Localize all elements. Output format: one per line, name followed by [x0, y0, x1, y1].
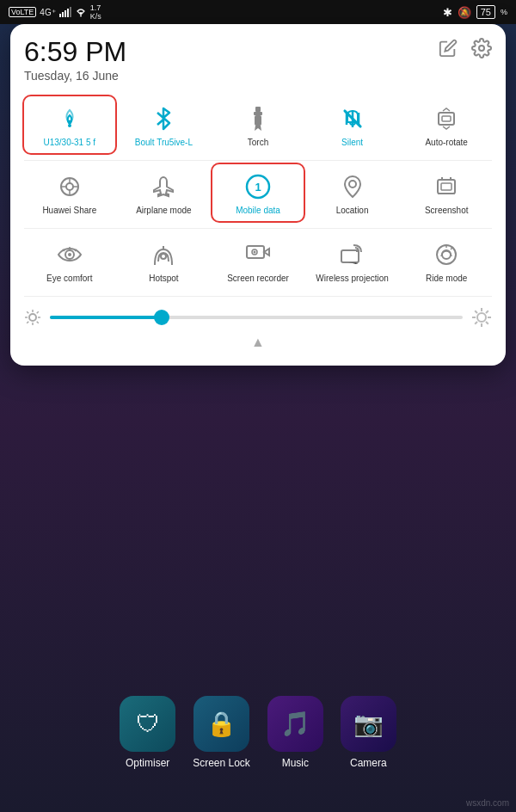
edit-button[interactable] [439, 39, 458, 58]
svg-rect-8 [255, 107, 261, 112]
svg-point-19 [349, 181, 356, 188]
eye-comfort-tile-icon [54, 239, 85, 270]
tile-screen-recorder-label: Screen recorder [227, 274, 289, 284]
signal-4g: 4G⁺ [40, 8, 55, 17]
tiles-row-3: Eye comfort Hotspot [24, 232, 492, 289]
huawei-share-tile-icon [54, 171, 85, 202]
app-screenlock[interactable]: 🔒 Screen Lock [193, 696, 250, 769]
tile-bluetooth-label: Boult Tru5ive-L [135, 138, 193, 148]
svg-line-52 [486, 322, 488, 324]
collapse-icon: ▲ [251, 335, 265, 349]
svg-line-45 [27, 322, 28, 323]
tile-eye-comfort[interactable]: Eye comfort [24, 232, 115, 289]
tile-autorotate[interactable]: Auto-rotate [401, 96, 492, 153]
tile-torch-label: Torch [248, 138, 268, 148]
app-camera-label: Camera [350, 757, 387, 769]
app-screenlock-label: Screen Lock [193, 757, 250, 769]
watermark: wsxdn.com [466, 798, 509, 808]
tile-bluetooth[interactable]: Boult Tru5ive-L [119, 96, 210, 153]
quick-settings-panel: 6:59 PM Tuesday, 16 June [10, 24, 506, 366]
svg-line-44 [37, 311, 39, 313]
status-left: VoLTE 4G⁺ 1.7K/s [9, 3, 101, 21]
svg-rect-0 [59, 14, 61, 17]
ride-mode-tile-icon [431, 239, 462, 270]
svg-rect-14 [442, 116, 451, 121]
optimiser-icon: 🛡 [120, 696, 175, 752]
tile-screenshot-label: Screenshot [425, 206, 469, 216]
tile-hotspot[interactable]: Hotspot [119, 232, 210, 289]
tile-screen-recorder[interactable]: Screen recorder [212, 232, 304, 289]
svg-point-37 [29, 314, 36, 321]
brightness-slider-track[interactable] [50, 316, 463, 319]
tile-torch[interactable]: Torch [212, 96, 304, 153]
tile-screenshot[interactable]: Screenshot [401, 164, 492, 221]
brightness-fill [50, 316, 162, 319]
svg-rect-10 [255, 115, 261, 126]
svg-rect-9 [254, 112, 262, 115]
camera-icon: 📷 [341, 696, 396, 752]
mute-icon: 🔕 [458, 6, 471, 19]
silent-tile-icon [337, 103, 368, 134]
panel-header: 6:59 PM Tuesday, 16 June [24, 38, 492, 83]
svg-point-25 [68, 253, 71, 256]
svg-rect-21 [441, 183, 452, 190]
svg-point-31 [253, 251, 255, 254]
svg-rect-3 [67, 9, 69, 17]
svg-point-7 [68, 124, 71, 127]
svg-line-53 [486, 311, 488, 313]
speed-label: 1.7K/s [90, 3, 101, 21]
app-optimiser-label: Optimiser [126, 757, 169, 769]
tile-ride-mode[interactable]: Ride mode [401, 232, 492, 289]
screen-recorder-tile-icon [243, 239, 273, 270]
tile-airplane-label: Airplane mode [136, 206, 191, 216]
tile-location[interactable]: Location [307, 164, 398, 221]
panel-collapse-button[interactable]: ▲ [24, 331, 492, 352]
brightness-divider [24, 296, 492, 297]
settings-button[interactable] [471, 38, 492, 58]
brightness-low-icon [24, 309, 41, 326]
torch-tile-icon [243, 103, 273, 134]
app-music-label: Music [282, 757, 309, 769]
tile-silent-label: Silent [341, 138, 363, 148]
time-date-block: 6:59 PM Tuesday, 16 June [24, 38, 126, 83]
wireless-proj-tile-icon [337, 239, 368, 270]
tile-eye-comfort-label: Eye comfort [46, 274, 92, 284]
brightness-thumb[interactable] [154, 310, 169, 325]
app-music[interactable]: 🎵 Music [267, 696, 323, 769]
tile-airplane[interactable]: Airplane mode [119, 164, 210, 221]
screenshot-tile-icon [431, 171, 462, 202]
signal-bars [59, 7, 71, 17]
home-app-row: 🛡 Optimiser 🔒 Screen Lock 🎵 Music 📷 Came… [120, 696, 396, 769]
tiles-row-2: Huawei Share Airplane mode 1 Mobile data [24, 164, 492, 221]
tile-ride-mode-label: Ride mode [426, 274, 467, 284]
svg-text:1: 1 [255, 181, 261, 194]
app-camera[interactable]: 📷 Camera [341, 696, 396, 769]
svg-point-26 [161, 254, 166, 259]
tile-huawei-share-label: Huawei Share [42, 206, 96, 216]
tile-silent[interactable]: Silent [307, 96, 398, 153]
tile-location-label: Location [336, 206, 369, 216]
panel-header-actions [439, 38, 492, 58]
battery-icon: 75 [476, 5, 495, 19]
panel-time: 6:59 PM [24, 38, 126, 65]
app-optimiser[interactable]: 🛡 Optimiser [120, 696, 175, 769]
tile-mobile-data-label: Mobile data [236, 206, 280, 216]
svg-rect-4 [70, 7, 71, 17]
svg-rect-2 [64, 10, 66, 17]
svg-point-6 [479, 46, 484, 51]
svg-rect-32 [341, 250, 359, 262]
music-icon: 🎵 [267, 696, 323, 752]
tile-wireless-proj[interactable]: Wireless projection [307, 232, 398, 289]
tiles-row-1: U13/30-31 5 f Boult Tru5ive-L [24, 96, 492, 153]
brightness-high-icon [471, 307, 492, 328]
bluetooth-status-icon: ✱ [443, 6, 452, 19]
tile-huawei-share[interactable]: Huawei Share [24, 164, 115, 221]
tile-wireless-proj-label: Wireless projection [316, 274, 388, 284]
svg-line-42 [27, 311, 28, 313]
volte-label: VoLTE [9, 7, 36, 17]
svg-line-51 [475, 311, 477, 313]
tile-autorotate-label: Auto-rotate [425, 138, 467, 148]
status-bar: VoLTE 4G⁺ 1.7K/s ✱ 🔕 75% [0, 0, 516, 24]
tile-wifi[interactable]: U13/30-31 5 f [24, 96, 115, 153]
tile-mobile-data[interactable]: 1 Mobile data [212, 164, 304, 221]
